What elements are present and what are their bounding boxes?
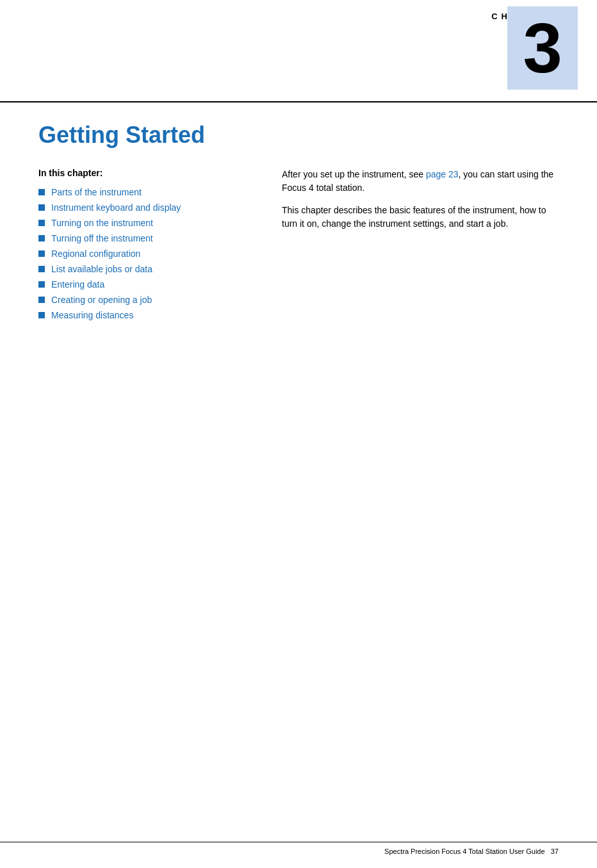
- list-item: Parts of the instrument: [38, 187, 256, 197]
- list-item: Regional configuration: [38, 249, 256, 259]
- list-item: Measuring distances: [38, 310, 256, 320]
- chapter-list-link-8[interactable]: Measuring distances: [51, 310, 133, 320]
- right-column: After you set up the instrument, see pag…: [282, 168, 559, 240]
- page23-link[interactable]: page 23: [426, 169, 459, 179]
- in-this-chapter-label: In this chapter:: [38, 168, 256, 178]
- right-para1-text-before: After you set up the instrument, see: [282, 169, 426, 179]
- chapter-list-link-6[interactable]: Entering data: [51, 279, 104, 290]
- chapter-list-link-0[interactable]: Parts of the instrument: [51, 187, 142, 197]
- chapter-number-box: 3: [507, 6, 578, 90]
- footer-book-title: Spectra Precision Focus 4 Total Station …: [384, 848, 544, 855]
- bullet-icon: [38, 235, 45, 242]
- chapter-list-link-5[interactable]: List available jobs or data: [51, 264, 152, 274]
- two-column-layout: In this chapter: Parts of the instrument…: [38, 168, 559, 325]
- chapter-list-link-1[interactable]: Instrument keyboard and display: [51, 202, 181, 213]
- bullet-icon: [38, 250, 45, 257]
- chapter-header: CHAPTER 3: [0, 0, 597, 102]
- page-title: Getting Started: [38, 122, 559, 149]
- list-item: List available jobs or data: [38, 264, 256, 274]
- bullet-icon: [38, 312, 45, 318]
- bullet-icon: [38, 281, 45, 288]
- content-area: Getting Started In this chapter: Parts o…: [0, 102, 597, 351]
- chapter-list-link-2[interactable]: Turning on the instrument: [51, 218, 153, 228]
- chapter-list-link-7[interactable]: Creating or opening a job: [51, 295, 152, 305]
- list-item: Creating or opening a job: [38, 295, 256, 305]
- right-paragraph-2: This chapter describes the basic feature…: [282, 204, 559, 231]
- chapter-list: Parts of the instrumentInstrument keyboa…: [38, 187, 256, 320]
- left-column: In this chapter: Parts of the instrument…: [38, 168, 256, 325]
- chapter-number: 3: [523, 13, 562, 83]
- right-paragraph-1: After you set up the instrument, see pag…: [282, 168, 559, 195]
- list-item: Instrument keyboard and display: [38, 202, 256, 213]
- page-container: CHAPTER 3 Getting Started In this chapte…: [0, 0, 597, 868]
- list-item: Entering data: [38, 279, 256, 290]
- bullet-icon: [38, 297, 45, 303]
- footer-text: Spectra Precision Focus 4 Total Station …: [384, 848, 559, 855]
- page-footer: Spectra Precision Focus 4 Total Station …: [0, 842, 597, 855]
- bullet-icon: [38, 266, 45, 272]
- bullet-icon: [38, 189, 45, 195]
- list-item: Turning off the instrument: [38, 233, 256, 243]
- footer-page-number: 37: [551, 848, 559, 855]
- chapter-list-link-4[interactable]: Regional configuration: [51, 249, 140, 259]
- bullet-icon: [38, 204, 45, 211]
- bullet-icon: [38, 220, 45, 226]
- list-item: Turning on the instrument: [38, 218, 256, 228]
- chapter-list-link-3[interactable]: Turning off the instrument: [51, 233, 153, 243]
